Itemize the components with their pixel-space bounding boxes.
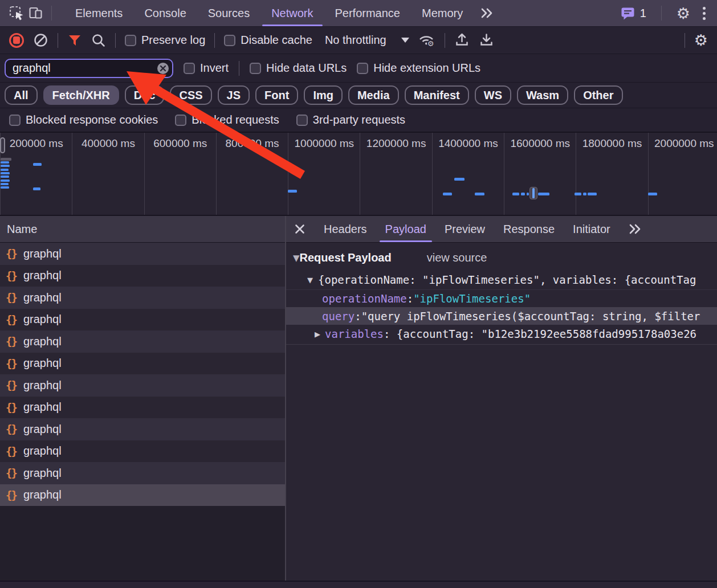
device-toolbar-icon[interactable] (26, 3, 46, 23)
detail-tab[interactable]: Response (494, 216, 564, 242)
request-payload-section[interactable]: ▼ Request Payload view source (286, 243, 717, 269)
resource-type-pill[interactable]: Other (574, 85, 622, 105)
collapsed-triangle-icon[interactable]: ▶ (315, 330, 320, 338)
request-name: graphql (23, 335, 62, 348)
resource-type-pill[interactable]: CSS (170, 85, 211, 105)
resource-type-pill[interactable]: Fetch/XHR (43, 85, 119, 105)
record-network-log-button[interactable] (9, 33, 24, 48)
request-row[interactable]: {} graphql (0, 265, 285, 287)
disable-cache-checkbox[interactable] (224, 35, 235, 46)
request-row[interactable]: {} graphql (0, 330, 285, 353)
extra-filter-control: 3rd-party requests (296, 113, 405, 126)
network-settings-gear-icon[interactable]: ⚙ (694, 32, 708, 48)
collapse-triangle-icon[interactable]: ▼ (293, 253, 300, 263)
view-source-link[interactable]: view source (427, 251, 487, 264)
extra-filter-checkbox[interactable] (296, 115, 308, 126)
hide-extension-urls-checkbox[interactable] (357, 63, 368, 74)
request-row[interactable]: {} graphql (0, 287, 285, 309)
operation-name-row[interactable]: operationName: "ipFlowTimeseries" (286, 289, 717, 307)
property-value: {accountTag: "b12e3b2192ee5588fdad995178… (397, 328, 696, 340)
search-icon[interactable] (91, 33, 106, 48)
request-list-header[interactable]: Name (0, 216, 285, 243)
request-row[interactable]: {} graphql (0, 484, 285, 507)
network-conditions-icon[interactable]: ⚙ (418, 32, 435, 48)
panel-tab[interactable]: Network (260, 0, 324, 26)
json-braces-icon: {} (6, 489, 18, 501)
variables-row[interactable]: ▶ variables: {accountTag: "b12e3b2192ee5… (286, 325, 717, 345)
detail-tab[interactable]: Headers (315, 216, 376, 242)
toolbar-divider (445, 33, 445, 48)
resource-type-pill[interactable]: All (5, 85, 38, 105)
detail-tab[interactable]: Initiator (564, 216, 620, 242)
payload-preview: {operationName: "ipFlowTimeseries", vari… (318, 273, 696, 286)
more-detail-tabs-icon[interactable] (622, 222, 648, 236)
hide-data-urls-control: Hide data URLs (250, 62, 347, 75)
overview-drag-handle[interactable] (0, 137, 5, 153)
more-panels-icon[interactable] (474, 6, 500, 20)
close-detail-icon[interactable] (294, 223, 305, 235)
resource-type-pill[interactable]: Manifest (405, 85, 469, 105)
timeline-request-bar (527, 193, 529, 195)
property-key: operationName (322, 292, 407, 305)
invert-checkbox[interactable] (184, 63, 195, 74)
request-row[interactable]: {} graphql (0, 462, 285, 484)
resource-type-pill[interactable]: Img (304, 85, 343, 105)
request-row[interactable]: {} graphql (0, 374, 285, 397)
timeline-request-bar (33, 187, 40, 190)
request-row[interactable]: {} graphql (0, 440, 285, 463)
query-row[interactable]: query: "query ipFlowTimeseries($accountT… (286, 307, 717, 325)
detail-tab[interactable]: Preview (435, 216, 494, 242)
throttling-value: No throttling (325, 34, 386, 47)
request-row[interactable]: {} graphql (0, 418, 285, 440)
clear-filter-icon[interactable] (156, 62, 170, 75)
detail-tab[interactable]: Payload (376, 216, 435, 242)
inspect-element-icon[interactable] (7, 3, 26, 23)
hide-data-urls-checkbox[interactable] (250, 63, 261, 74)
network-overview-timeline[interactable]: 200000 ms400000 ms600000 ms800000 ms1000… (0, 133, 717, 216)
status-bar (0, 581, 717, 588)
issues-counter[interactable]: 1 (621, 6, 646, 21)
request-row[interactable]: {} graphql (0, 309, 285, 331)
tabbar-divider (661, 6, 662, 21)
export-har-icon[interactable] (479, 32, 494, 48)
request-row[interactable]: {} graphql (0, 397, 285, 419)
request-name: graphql (23, 401, 62, 414)
extra-filter-checkbox[interactable] (9, 115, 21, 126)
resource-type-pill[interactable]: WS (475, 85, 511, 105)
filter-toggle-icon[interactable] (67, 33, 82, 48)
clear-network-log-button[interactable] (33, 32, 48, 48)
request-name: graphql (23, 313, 62, 326)
json-braces-icon: {} (6, 445, 18, 458)
expanded-triangle-icon[interactable]: ▼ (307, 276, 313, 284)
resource-type-pill[interactable]: Doc (125, 85, 165, 105)
filter-input[interactable] (5, 59, 173, 78)
panel-tab[interactable]: Elements (64, 0, 133, 26)
preserve-log-checkbox[interactable] (125, 35, 136, 46)
extra-filter-checkbox[interactable] (175, 115, 186, 126)
network-filter-bar: Invert Hide data URLs Hide extension URL… (0, 54, 717, 83)
throttling-select[interactable]: No throttling (325, 34, 409, 47)
panel-tab[interactable]: Console (133, 0, 197, 26)
resource-type-pill[interactable]: Font (255, 85, 298, 105)
timeline-bars (0, 133, 717, 215)
resource-type-pill[interactable]: JS (218, 85, 250, 105)
resource-type-pill[interactable]: Media (348, 85, 399, 105)
panel-tab[interactable]: Memory (411, 0, 474, 26)
request-row[interactable]: {} graphql (0, 243, 285, 265)
panel-tab[interactable]: Sources (197, 0, 260, 26)
request-name: graphql (23, 269, 62, 282)
panel-tab[interactable]: Performance (324, 0, 412, 26)
hide-extension-urls-control: Hide extension URLs (357, 62, 480, 75)
payload-root-row[interactable]: ▼ {operationName: "ipFlowTimeseries", va… (286, 269, 717, 289)
resource-type-pill[interactable]: Wasm (517, 85, 568, 105)
resource-type-filters: AllFetch/XHRDocCSSJSFontImgMediaManifest… (0, 83, 717, 108)
preserve-log-control: Preserve log (125, 34, 205, 47)
timeline-request-bar (575, 193, 581, 195)
kebab-menu-icon[interactable] (699, 7, 709, 20)
request-row[interactable]: {} graphql (0, 353, 285, 375)
settings-gear-icon[interactable]: ⚙ (677, 6, 690, 21)
issues-count: 1 (640, 7, 646, 20)
request-name: graphql (23, 423, 62, 436)
import-har-icon[interactable] (454, 32, 470, 48)
timeline-request-bar (454, 178, 465, 181)
